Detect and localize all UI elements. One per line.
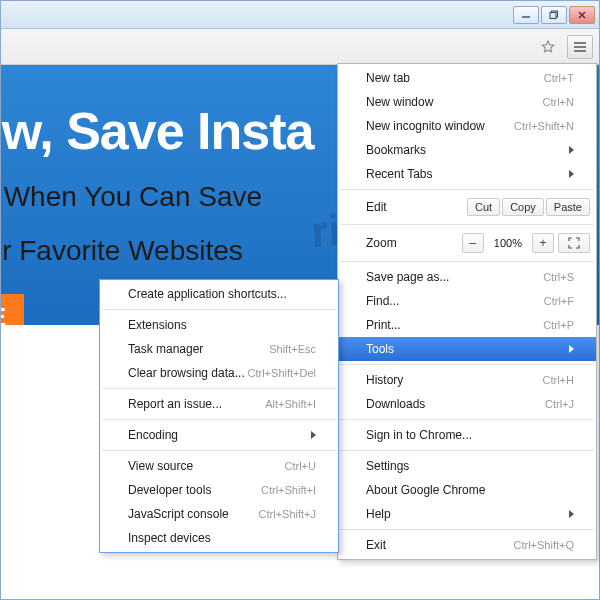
menu-settings[interactable]: Settings — [338, 454, 596, 478]
titlebar — [1, 1, 599, 29]
menu-edit-row: Edit Cut Copy Paste — [338, 193, 596, 221]
cut-button[interactable]: Cut — [467, 198, 500, 216]
bookmark-star-button[interactable] — [535, 35, 561, 59]
submenu-view-source[interactable]: View sourceCtrl+U — [100, 454, 338, 478]
menu-help[interactable]: Help — [338, 502, 596, 526]
submenu-report-issue[interactable]: Report an issue...Alt+Shift+I — [100, 392, 338, 416]
minimize-button[interactable] — [513, 6, 539, 24]
menu-save-page[interactable]: Save page as...Ctrl+S — [338, 265, 596, 289]
menu-signin[interactable]: Sign in to Chrome... — [338, 423, 596, 447]
browser-window: ow, Save Insta re When You Can Save our … — [0, 0, 600, 600]
submenu-create-shortcuts[interactable]: Create application shortcuts... — [100, 282, 338, 306]
main-menu: New tabCtrl+T New windowCtrl+N New incog… — [337, 63, 597, 560]
menu-bookmarks[interactable]: Bookmarks — [338, 138, 596, 162]
zoom-out-button[interactable]: – — [462, 233, 484, 253]
submenu-js-console[interactable]: JavaScript consoleCtrl+Shift+J — [100, 502, 338, 526]
copy-button[interactable]: Copy — [502, 198, 544, 216]
zoom-value: 100% — [488, 237, 528, 249]
menu-new-tab[interactable]: New tabCtrl+T — [338, 66, 596, 90]
menu-recent-tabs[interactable]: Recent Tabs — [338, 162, 596, 186]
restore-button[interactable] — [541, 6, 567, 24]
menu-print[interactable]: Print...Ctrl+P — [338, 313, 596, 337]
close-icon — [577, 10, 587, 20]
chevron-right-icon — [559, 509, 574, 520]
menu-button[interactable] — [567, 35, 593, 59]
edit-label: Edit — [366, 200, 387, 214]
orange-tag: E — [1, 294, 24, 325]
menu-new-window[interactable]: New windowCtrl+N — [338, 90, 596, 114]
submenu-task-manager[interactable]: Task managerShift+Esc — [100, 337, 338, 361]
toolbar — [1, 29, 599, 65]
zoom-in-button[interactable]: + — [532, 233, 554, 253]
restore-icon — [549, 10, 559, 20]
svg-rect-1 — [550, 12, 556, 18]
chevron-right-icon — [559, 344, 574, 355]
menu-history[interactable]: HistoryCtrl+H — [338, 368, 596, 392]
menu-zoom-row: Zoom – 100% + — [338, 228, 596, 258]
menu-about[interactable]: About Google Chrome — [338, 478, 596, 502]
submenu-dev-tools[interactable]: Developer toolsCtrl+Shift+I — [100, 478, 338, 502]
tools-submenu: Create application shortcuts... Extensio… — [99, 279, 339, 553]
chevron-right-icon — [559, 169, 574, 180]
paste-button[interactable]: Paste — [546, 198, 590, 216]
menu-find[interactable]: Find...Ctrl+F — [338, 289, 596, 313]
chevron-right-icon — [559, 145, 574, 156]
menu-exit[interactable]: ExitCtrl+Shift+Q — [338, 533, 596, 557]
star-icon — [540, 39, 556, 55]
fullscreen-button[interactable] — [558, 233, 590, 253]
chevron-right-icon — [301, 430, 316, 441]
menu-tools[interactable]: Tools — [338, 337, 596, 361]
menu-downloads[interactable]: DownloadsCtrl+J — [338, 392, 596, 416]
fullscreen-icon — [568, 237, 580, 249]
submenu-extensions[interactable]: Extensions — [100, 313, 338, 337]
hamburger-icon — [573, 40, 587, 54]
submenu-encoding[interactable]: Encoding — [100, 423, 338, 447]
menu-new-incognito[interactable]: New incognito windowCtrl+Shift+N — [338, 114, 596, 138]
zoom-label: Zoom — [366, 236, 397, 250]
minimize-icon — [521, 10, 531, 20]
submenu-inspect-devices[interactable]: Inspect devices — [100, 526, 338, 550]
close-button[interactable] — [569, 6, 595, 24]
submenu-clear-data[interactable]: Clear browsing data...Ctrl+Shift+Del — [100, 361, 338, 385]
